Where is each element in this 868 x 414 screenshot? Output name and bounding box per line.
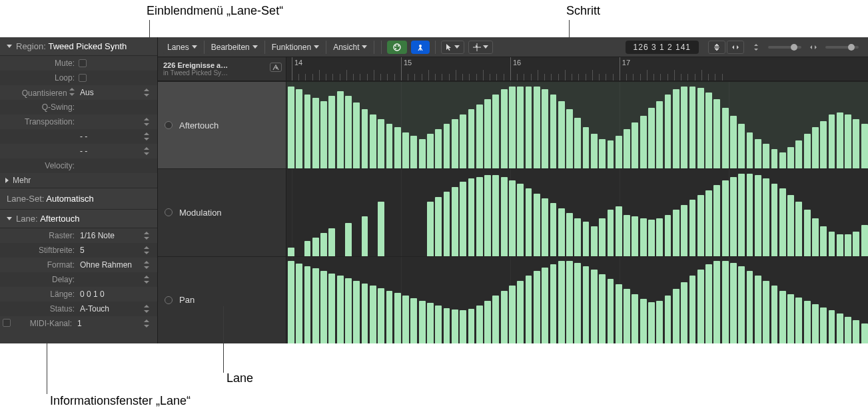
stepper-icon[interactable]	[144, 232, 149, 240]
step-bar[interactable]	[861, 124, 868, 168]
step-bar[interactable]	[599, 139, 606, 169]
step-bar[interactable]	[362, 109, 368, 168]
step-bar[interactable]	[763, 178, 769, 256]
step-bar[interactable]	[820, 308, 827, 343]
step-bar[interactable]	[640, 218, 647, 256]
step-bar[interactable]	[362, 216, 368, 256]
step-bar[interactable]	[697, 88, 704, 168]
step-bar[interactable]	[705, 264, 712, 343]
step-bar[interactable]	[484, 301, 491, 343]
step-bar[interactable]	[362, 284, 368, 343]
menu-bearbeiten[interactable]: Bearbeiten	[207, 41, 262, 54]
step-bar[interactable]	[779, 291, 786, 343]
step-bar[interactable]	[812, 304, 819, 343]
step-bar[interactable]	[517, 281, 524, 343]
step-bar[interactable]	[304, 266, 311, 343]
step-bar[interactable]	[861, 323, 868, 343]
step-bar[interactable]	[673, 89, 679, 168]
inspector-row[interactable]: Q-Swing:	[0, 100, 157, 114]
step-bar[interactable]	[747, 271, 753, 343]
region-header[interactable]: Region: Tweed Picked Synth	[0, 37, 157, 56]
step-bar[interactable]	[591, 270, 598, 343]
step-bar[interactable]	[608, 279, 614, 343]
step-bar[interactable]	[419, 139, 426, 169]
menu-lanes[interactable]: Lanes	[163, 41, 201, 54]
step-bar[interactable]	[583, 222, 590, 256]
step-bar[interactable]	[320, 233, 327, 256]
inspector-row[interactable]: Loop:	[0, 71, 157, 85]
step-bar[interactable]	[468, 109, 475, 168]
step-bar[interactable]	[394, 127, 401, 168]
step-bar[interactable]	[566, 261, 573, 343]
step-bar[interactable]	[312, 98, 319, 168]
step-bar[interactable]	[771, 149, 778, 169]
step-bar[interactable]	[427, 134, 434, 168]
step-bar[interactable]	[320, 101, 327, 169]
step-bar[interactable]	[304, 241, 311, 256]
step-bar[interactable]	[402, 132, 409, 168]
catch-playhead-button[interactable]	[270, 63, 282, 72]
inspector-row[interactable]: Status:A-Touch	[0, 302, 157, 316]
step-bar[interactable]	[509, 286, 516, 343]
step-bar[interactable]	[378, 288, 384, 343]
step-bar[interactable]	[648, 108, 655, 169]
step-bar[interactable]	[460, 114, 466, 169]
step-bar[interactable]	[452, 310, 458, 343]
step-bar[interactable]	[845, 114, 851, 169]
step-bar[interactable]	[779, 152, 786, 169]
step-bar[interactable]	[632, 122, 638, 168]
step-bar[interactable]	[665, 95, 671, 168]
lane-header-modulation[interactable]: Modulation	[158, 168, 286, 256]
ruler[interactable]: 14151617	[286, 57, 868, 81]
step-bar[interactable]	[509, 180, 516, 256]
step-bar[interactable]	[640, 116, 647, 168]
step-bar[interactable]	[460, 310, 466, 343]
inspector-row[interactable]: Stiftbreite:5	[0, 243, 157, 258]
stepper-icon[interactable]	[144, 305, 149, 313]
step-bar[interactable]	[550, 95, 557, 168]
lane-header-row[interactable]: Lane: Aftertouch	[0, 210, 157, 228]
inspector-row[interactable]: Transposition:	[0, 114, 157, 129]
checkbox[interactable]	[3, 319, 11, 327]
step-bar[interactable]	[771, 184, 778, 256]
step-bar[interactable]	[542, 89, 548, 168]
step-bar[interactable]	[534, 194, 540, 256]
step-bar[interactable]	[648, 220, 655, 256]
step-bar[interactable]	[444, 308, 450, 343]
step-bar[interactable]	[705, 190, 712, 256]
step-bar[interactable]	[574, 263, 581, 343]
step-bar[interactable]	[574, 118, 581, 169]
step-bar[interactable]	[853, 320, 859, 343]
step-bar[interactable]	[460, 182, 466, 256]
step-bar[interactable]	[616, 136, 622, 169]
step-bar[interactable]	[829, 114, 835, 169]
step-bar[interactable]	[738, 124, 745, 168]
step-bar[interactable]	[583, 266, 590, 343]
lane-header-aftertouch[interactable]: Aftertouch	[158, 81, 286, 168]
step-bar[interactable]	[608, 140, 614, 168]
step-bar[interactable]	[763, 281, 769, 343]
step-bar[interactable]	[787, 195, 794, 256]
step-bar[interactable]	[444, 192, 450, 256]
checkbox[interactable]	[79, 74, 87, 82]
step-bar[interactable]	[312, 238, 319, 256]
step-bar[interactable]	[386, 291, 393, 343]
step-bar[interactable]	[435, 306, 442, 343]
step-bar[interactable]	[795, 298, 802, 343]
lane-row-pan[interactable]	[286, 256, 868, 343]
step-bar[interactable]	[501, 177, 508, 256]
step-bar[interactable]	[673, 210, 679, 256]
stepper-icon[interactable]	[144, 118, 149, 126]
step-bar[interactable]	[328, 96, 335, 168]
step-bar[interactable]	[681, 87, 687, 169]
step-bar[interactable]	[558, 208, 565, 256]
inspector-row[interactable]: Format:Ohne Rahmen	[0, 258, 157, 272]
step-bar[interactable]	[763, 144, 769, 168]
step-bar[interactable]	[550, 203, 557, 256]
step-bar[interactable]	[427, 202, 434, 256]
step-bar[interactable]	[476, 177, 483, 256]
step-bar[interactable]	[608, 210, 614, 256]
inspector-row[interactable]: - -	[0, 129, 157, 144]
midi-out-button[interactable]	[411, 41, 430, 54]
step-bar[interactable]	[853, 232, 859, 256]
